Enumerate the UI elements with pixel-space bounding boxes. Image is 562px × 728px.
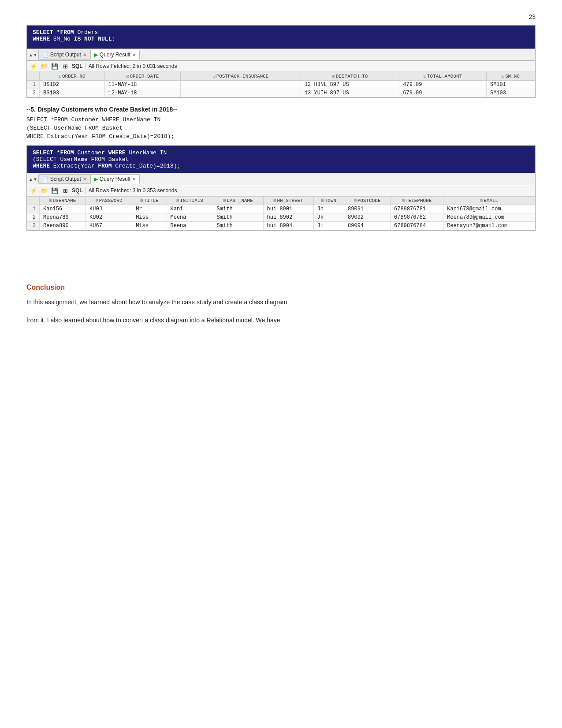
close-query-2[interactable]: ✕	[132, 177, 136, 182]
cell-postcode: 89094	[344, 222, 391, 230]
sql2-line-1: SELECT *FROM Customer WHERE UserName IN	[33, 149, 529, 156]
sql-line-1: SELECT *FROM Orders	[33, 29, 529, 36]
table-row: 2 Meena789 KU02 Miss Meena Smith hui 890…	[27, 213, 535, 222]
col-header-smno: ⊞SM_NO	[486, 72, 535, 81]
save-icon-2[interactable]: 💾	[51, 187, 59, 194]
sql2-line-2: (SELECT UserName FROM Basket	[33, 156, 529, 163]
cell-telephone: 6789876781	[391, 205, 443, 213]
tab-query-result-2[interactable]: ▶ Query Result ✕	[90, 174, 140, 184]
cell-hnstreet: hui 8904	[263, 222, 313, 230]
col-header-email: ⊞EMAIL	[443, 197, 535, 205]
col-header-town: ⊞TOWN	[313, 197, 344, 205]
table-row: 1 BS102 11-MAY-18 12 HJNL 897 US 479.09 …	[27, 81, 535, 89]
cell-telephone: 6789876784	[391, 222, 443, 230]
tab-query-result-1[interactable]: ▶ Query Result ✕	[90, 50, 140, 60]
cell-postcode: 89091	[344, 205, 391, 213]
cell-initials: Reena	[167, 222, 213, 230]
row-num: 2	[27, 213, 40, 222]
page-number: 23	[26, 13, 536, 20]
cell-username: Meena789	[40, 213, 86, 222]
cell-town: Ji	[313, 222, 344, 230]
cell-title: Miss	[132, 222, 167, 230]
table-row: 2 BS103 12-MAY-18 13 YUIH 897 US 679.09 …	[27, 89, 535, 97]
cell-email: Kani678@gmail.com	[443, 205, 535, 213]
cell-order-no: BS102	[40, 81, 105, 89]
cell-town: Jh	[313, 205, 344, 213]
sql2-line-3: WHERE Extract(Year FROM Create_Date)=201…	[33, 163, 529, 169]
sql-label-2: SQL	[72, 187, 83, 194]
tab-script-output-1[interactable]: 📄 Script Output ✕	[38, 50, 90, 60]
result-panel-2: SELECT *FROM Customer WHERE UserName IN …	[26, 145, 536, 231]
cell-hnstreet: hui 8901	[263, 205, 313, 213]
cell-initials: Meena	[167, 213, 213, 222]
conclusion-text-2: from it. I also learned about how to con…	[26, 315, 536, 326]
cell-username: Kani56	[40, 205, 86, 213]
col-header-lastname: ⊞LAST_NAME	[213, 197, 263, 205]
cell-username: Reena890	[40, 222, 86, 230]
status-2: All Rows Fetched: 3 in 0.353 seconds	[89, 187, 177, 194]
cell-password: KU0J	[86, 205, 132, 213]
cell-title: Miss	[132, 213, 167, 222]
script-icon-2: 📄	[42, 176, 48, 182]
sql-code-box-2: SELECT *FROM Customer WHERE UserName IN …	[27, 146, 535, 173]
conclusion-section: Conclusion In this assignment, we learne…	[26, 284, 536, 326]
lightning-icon-2[interactable]: ⚡	[30, 187, 37, 194]
cell-lastname: Smith	[213, 213, 263, 222]
conclusion-heading: Conclusion	[26, 284, 536, 291]
cell-total: 679.09	[399, 89, 487, 97]
sort-arrows-2: ▲▼	[29, 177, 37, 182]
cell-email: Meena789@gmail.com	[443, 213, 535, 222]
status-1: All Rows Fetched: 2 in 0.031 seconds	[89, 63, 177, 69]
row-num: 3	[27, 222, 40, 230]
col-header-username: ⊞USERNAME	[40, 197, 86, 205]
sort-arrows-1: ▲▼	[29, 52, 37, 57]
col-header-hnstreet: ⊞HN_STREET	[263, 197, 313, 205]
col-header-title: ⊞TITLE	[132, 197, 167, 205]
save-icon-1[interactable]: 💾	[51, 62, 59, 70]
tab-script-output-2[interactable]: 📄 Script Output ✕	[38, 174, 90, 184]
cell-password: KU67	[86, 222, 132, 230]
play-icon-1: ▶	[94, 52, 98, 58]
cell-smno: SM101	[486, 81, 535, 89]
section2-heading: --5. Display Customers who Create Basket…	[26, 106, 536, 113]
grid-icon-2[interactable]: ⊞	[61, 187, 69, 194]
cell-telephone: 6789876782	[391, 213, 443, 222]
cell-title: Mr	[132, 205, 167, 213]
cell-password: KU02	[86, 213, 132, 222]
col-header-rownum-1	[27, 72, 40, 81]
close-query-1[interactable]: ✕	[132, 52, 136, 57]
sql-line-2: WHERE SM_No IS NOT NULL;	[33, 36, 529, 42]
cell-despatch: 13 YUIH 897 US	[301, 89, 399, 97]
data-table-1: ⊞ORDER_NO ⊞ORDER_DATE ⊞POSTPACK_INSURANC…	[27, 72, 535, 97]
play-icon-2: ▶	[94, 176, 98, 182]
row-num: 2	[27, 89, 40, 97]
lightning-icon-1[interactable]: ⚡	[30, 62, 37, 70]
code-line-2: (SELECT UserName FROM Basket	[26, 125, 536, 131]
col-header-rownum-2	[27, 197, 40, 205]
row-num: 1	[27, 81, 40, 89]
col-header-password: ⊞PASSWORD	[86, 197, 132, 205]
grid-icon-1[interactable]: ⊞	[61, 62, 69, 70]
toolbar-1: ⚡ 📁 💾 ⊞ SQL All Rows Fetched: 2 in 0.031…	[27, 61, 535, 72]
close-script-1[interactable]: ✕	[83, 52, 86, 57]
folder-icon-1[interactable]: 📁	[40, 62, 48, 70]
cell-postcode: 89092	[344, 213, 391, 222]
code-line-3: WHERE Extract(Year FROM Create_Date)=201…	[26, 133, 536, 140]
col-header-order-date: ⊞ORDER_DATE	[104, 72, 181, 81]
cell-lastname: Smith	[213, 205, 263, 213]
col-header-despatch: ⊞DESPATCH_TO	[301, 72, 399, 81]
cell-order-date: 12-MAY-18	[104, 89, 181, 97]
script-icon-1: 📄	[42, 52, 48, 58]
col-header-telephone: ⊞TELEPHONE	[391, 197, 443, 205]
sql-label-1: SQL	[72, 63, 83, 69]
col-header-order-no: ⊞ORDER_NO	[40, 72, 105, 81]
cell-initials: Kani	[167, 205, 213, 213]
cell-lastname: Smith	[213, 222, 263, 230]
folder-icon-2[interactable]: 📁	[40, 187, 48, 194]
col-header-initials: ⊞INITIALS	[167, 197, 213, 205]
sep-2	[86, 187, 86, 194]
col-header-total: ⊞TOTAL_AMOUNT	[399, 72, 487, 81]
toolbar-2: ⚡ 📁 💾 ⊞ SQL All Rows Fetched: 3 in 0.353…	[27, 185, 535, 196]
close-script-2[interactable]: ✕	[83, 177, 86, 182]
table-row: 1 Kani56 KU0J Mr Kani Smith hui 8901 Jh …	[27, 205, 535, 213]
